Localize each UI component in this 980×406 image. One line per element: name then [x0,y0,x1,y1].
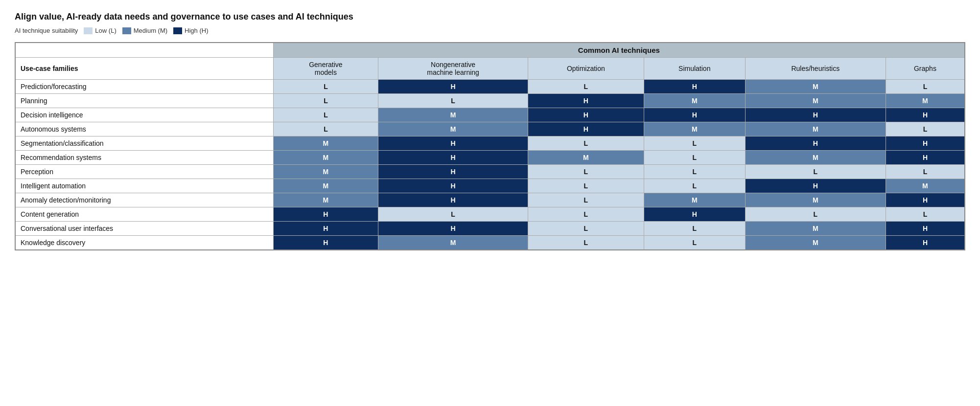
table-row: Recommendation systemsMHMLMH [15,151,965,165]
cell-gen: M [273,179,378,193]
cell-ngen: H [378,151,528,165]
cell-opt: L [528,207,644,222]
empty-top-cell [15,43,273,58]
cell-rules: M [745,222,886,236]
cell-gen: H [273,236,378,250]
table-row: Decision intelligenceLMHHHH [15,108,965,122]
table-row: Intelligent automationMHLLHM [15,179,965,193]
cell-opt: L [528,193,644,207]
cell-opt: H [528,108,644,122]
cell-rules: H [745,179,886,193]
page-title: Align value, AI-ready data needs and gov… [15,12,965,22]
cell-graphs: H [886,222,965,236]
swatch-low-icon [84,27,93,34]
cell-ngen: M [378,236,528,250]
row-label: Prediction/forecasting [15,80,273,94]
cell-rules: H [745,108,886,122]
cell-opt: H [528,94,644,108]
row-label: Intelligent automation [15,179,273,193]
legend: AI technique suitability Low (L) Medium … [15,27,965,34]
cell-opt: L [528,136,644,151]
cell-rules: L [745,207,886,222]
common-ai-techniques-header: Common AI techniques [273,43,965,58]
cell-opt: H [528,122,644,136]
col-header-graphs: Graphs [886,58,965,80]
cell-ngen: H [378,222,528,236]
col-header-rules: Rules/heuristics [745,58,886,80]
cell-gen: M [273,136,378,151]
table-row: Anomaly detection/monitoringMHLMMH [15,193,965,207]
cell-ngen: H [378,179,528,193]
row-label: Autonomous systems [15,122,273,136]
cell-graphs: H [886,151,965,165]
cell-sim: H [644,80,745,94]
table-row: Content generationHLLHLL [15,207,965,222]
cell-gen: L [273,94,378,108]
cell-sim: M [644,94,745,108]
column-headers-row: Use-case families Generativemodels Nonge… [15,58,965,80]
cell-rules: L [745,165,886,179]
legend-medium-label: Medium (M) [134,27,167,34]
group-header-row: Common AI techniques [15,43,965,58]
legend-high: High (H) [173,27,208,34]
table-row: Segmentation/classificationMHLLHH [15,136,965,151]
cell-sim: L [644,179,745,193]
cell-gen: M [273,165,378,179]
row-label: Anomaly detection/monitoring [15,193,273,207]
cell-sim: M [644,122,745,136]
cell-rules: M [745,80,886,94]
cell-opt: L [528,165,644,179]
legend-label: AI technique suitability [15,27,78,34]
cell-opt: L [528,236,644,250]
row-label: Planning [15,94,273,108]
table-row: Prediction/forecastingLHLHML [15,80,965,94]
cell-gen: L [273,108,378,122]
cell-opt: L [528,80,644,94]
cell-gen: H [273,222,378,236]
use-case-families-header: Use-case families [15,58,273,80]
cell-gen: H [273,207,378,222]
row-label: Perception [15,165,273,179]
main-table: Common AI techniques Use-case families G… [15,42,965,250]
cell-ngen: H [378,136,528,151]
cell-ngen: M [378,122,528,136]
legend-low-label: Low (L) [95,27,116,34]
legend-high-label: High (H) [185,27,208,34]
cell-rules: M [745,94,886,108]
table-row: Autonomous systemsLMHMML [15,122,965,136]
cell-ngen: L [378,94,528,108]
cell-sim: L [644,136,745,151]
col-header-gen: Generativemodels [273,58,378,80]
legend-low: Low (L) [84,27,116,34]
cell-graphs: H [886,136,965,151]
cell-graphs: H [886,108,965,122]
cell-gen: M [273,193,378,207]
row-label: Conversational user interfaces [15,222,273,236]
cell-ngen: L [378,207,528,222]
cell-graphs: H [886,236,965,250]
swatch-medium-icon [122,27,131,34]
cell-ngen: H [378,193,528,207]
cell-rules: H [745,136,886,151]
cell-graphs: H [886,193,965,207]
cell-graphs: L [886,122,965,136]
cell-sim: H [644,108,745,122]
cell-opt: L [528,179,644,193]
cell-sim: L [644,151,745,165]
col-header-opt: Optimization [528,58,644,80]
table-row: Conversational user interfacesHHLLMH [15,222,965,236]
row-label: Decision intelligence [15,108,273,122]
cell-sim: L [644,165,745,179]
cell-ngen: H [378,80,528,94]
cell-sim: H [644,207,745,222]
table-row: PlanningLLHMMM [15,94,965,108]
cell-opt: M [528,151,644,165]
cell-sim: L [644,222,745,236]
cell-graphs: M [886,179,965,193]
col-header-ngen: Nongenerativemachine learning [378,58,528,80]
cell-ngen: H [378,165,528,179]
cell-sim: L [644,236,745,250]
row-label: Knowledge discovery [15,236,273,250]
cell-rules: M [745,236,886,250]
cell-rules: M [745,193,886,207]
